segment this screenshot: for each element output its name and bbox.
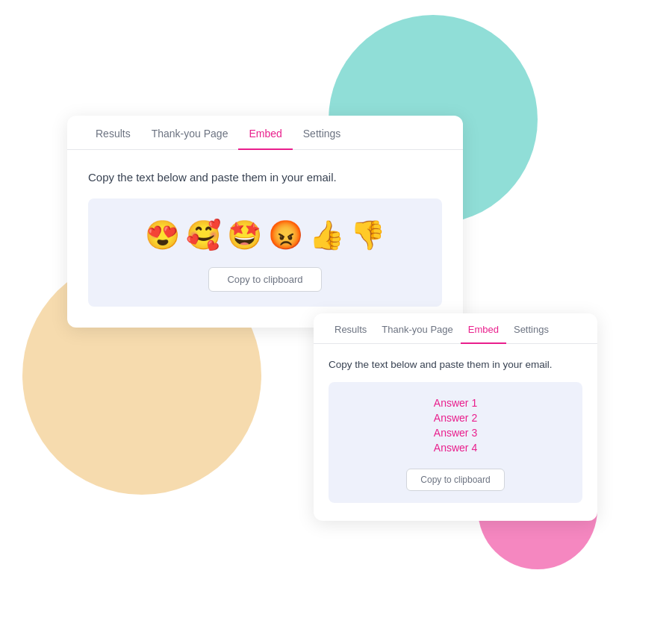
answers-list: Answer 1 Answer 2 Answer 3 Answer 4: [434, 397, 477, 454]
card2-tab-bar: Results Thank-you Page Embed Settings: [314, 313, 597, 344]
tab-thankyou-1[interactable]: Thank-you Page: [141, 116, 239, 150]
emoji-thumbsup: 👍: [309, 221, 344, 249]
tab-settings-1[interactable]: Settings: [293, 116, 352, 150]
card1-instruction: Copy the text below and paste them in yo…: [88, 171, 442, 184]
copy-button-2[interactable]: Copy to clipboard: [406, 469, 504, 491]
emoji-angry: 😡: [268, 221, 303, 249]
emoji-starstruck: 🤩: [227, 221, 262, 249]
embed-card-2: Results Thank-you Page Embed Settings Co…: [314, 313, 597, 521]
tab-embed-2[interactable]: Embed: [461, 313, 506, 344]
emoji-love: 😍: [145, 221, 180, 249]
emoji-thumbsdown: 👎: [350, 221, 385, 249]
answer-2: Answer 2: [434, 412, 477, 424]
card1-preview: 😍 🥰 🤩 😡 👍 👎 Copy to clipboard: [88, 198, 442, 307]
copy-button-1[interactable]: Copy to clipboard: [208, 267, 321, 292]
answer-4: Answer 4: [434, 442, 477, 454]
answer-1: Answer 1: [434, 397, 477, 409]
embed-card-1: Results Thank-you Page Embed Settings Co…: [67, 116, 463, 328]
emoji-hearts: 🥰: [186, 221, 221, 249]
tab-thankyou-2[interactable]: Thank-you Page: [374, 313, 460, 344]
tab-results-1[interactable]: Results: [85, 116, 141, 150]
scene: Results Thank-you Page Embed Settings Co…: [0, 0, 672, 629]
tab-embed-1[interactable]: Embed: [238, 116, 292, 150]
card1-tab-bar: Results Thank-you Page Embed Settings: [67, 116, 463, 150]
card2-body: Copy the text below and paste them in yo…: [314, 344, 597, 521]
card2-preview: Answer 1 Answer 2 Answer 3 Answer 4 Copy…: [329, 382, 582, 503]
tab-settings-2[interactable]: Settings: [506, 313, 556, 344]
tab-results-2[interactable]: Results: [327, 313, 374, 344]
answer-3: Answer 3: [434, 427, 477, 439]
emoji-row: 😍 🥰 🤩 😡 👍 👎: [145, 221, 385, 249]
card1-body: Copy the text below and paste them in yo…: [67, 150, 463, 328]
card2-instruction: Copy the text below and paste them in yo…: [329, 359, 582, 370]
